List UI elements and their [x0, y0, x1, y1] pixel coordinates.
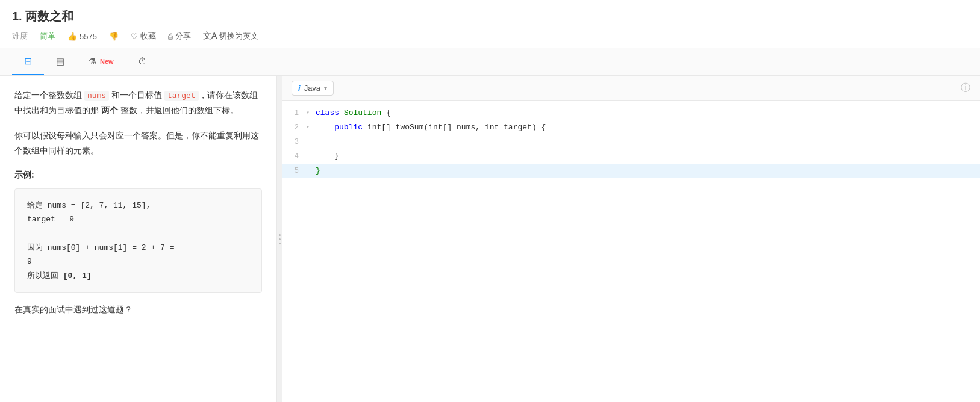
- share-icon: ⎙: [168, 32, 173, 41]
- difficulty-label: 难度: [12, 31, 28, 42]
- example-line-1: 给定 nums = [2, 7, 11, 15],: [27, 199, 249, 212]
- inline-code-nums: nums: [84, 91, 109, 101]
- code-editor[interactable]: 1 ▾ class Solution { 2 ▾ public int[] tw…: [282, 101, 980, 402]
- tab-problem[interactable]: ⊟: [12, 48, 44, 75]
- dislike-icon: 👎: [109, 32, 119, 41]
- tab-new-badge: New: [100, 58, 114, 65]
- header: 1. 两数之和 难度 简单 👍 5575 👎 ♡ 收藏 ⎙ 分享 文A 切换为英…: [0, 0, 980, 48]
- share-button[interactable]: ⎙ 分享: [168, 31, 191, 42]
- inline-code-target: target: [164, 91, 199, 101]
- example-line-6: 所以返回 [0, 1]: [27, 269, 249, 283]
- code-panel: i Java ▾ ⓘ 1 ▾ class Solution {: [282, 76, 980, 402]
- chevron-down-icon: ▾: [324, 85, 327, 91]
- tab-history[interactable]: ⏱: [126, 49, 159, 75]
- code-line-3: 3: [282, 135, 980, 149]
- lang-icon: i: [298, 84, 301, 93]
- bold-two: 两个: [101, 105, 118, 115]
- divider-dot-1: [279, 234, 281, 236]
- example-line-4: 因为 nums[0] + nums[1] = 2 + 7 =: [27, 241, 249, 255]
- like-icon: 👍: [67, 32, 77, 41]
- code-line-2: 2 ▾ public int[] twoSum(int[] nums, int …: [282, 120, 980, 135]
- info-icon[interactable]: ⓘ: [961, 82, 970, 94]
- tab-history-icon: ⏱: [138, 56, 147, 66]
- like-count: 5575: [80, 32, 97, 41]
- tab-solution[interactable]: ⚗ New: [76, 49, 126, 75]
- main-content: 给定一个整数数组 nums 和一个目标值 target，请你在该数组中找出和为目…: [0, 76, 980, 402]
- page-wrapper: 1. 两数之和 难度 简单 👍 5575 👎 ♡ 收藏 ⎙ 分享 文A 切换为英…: [0, 0, 980, 402]
- tab-bar: ⊟ ▤ ⚗ New ⏱: [0, 48, 980, 76]
- difficulty-value: 简单: [40, 31, 55, 42]
- dislike-button[interactable]: 👎: [109, 32, 119, 41]
- line-content-4: }: [316, 149, 980, 164]
- line-num-4: 4: [282, 149, 306, 164]
- code-area: 1 ▾ class Solution { 2 ▾ public int[] tw…: [282, 101, 980, 183]
- problem-description: 给定一个整数数组 nums 和一个目标值 target，请你在该数组中找出和为目…: [14, 88, 262, 119]
- divider-dot-2: [279, 238, 281, 240]
- line-content-1: class Solution {: [316, 106, 980, 120]
- problem-title: 1. 两数之和: [12, 8, 968, 25]
- line-num-2: 2: [282, 120, 306, 135]
- tab-discussion[interactable]: ▤: [44, 49, 76, 75]
- language-name: Java: [304, 84, 320, 93]
- line-num-3: 3: [282, 135, 306, 149]
- line-content-2: public int[] twoSum(int[] nums, int targ…: [316, 120, 980, 135]
- code-line-4: 4 }: [282, 149, 980, 164]
- toolbar-right: ⓘ: [961, 82, 970, 94]
- line-arrow-2: ▾: [306, 120, 316, 135]
- example-label: 示例:: [14, 168, 262, 182]
- desc-part1: 给定一个整数数组: [14, 90, 84, 100]
- panel-divider[interactable]: [277, 76, 282, 402]
- problem-panel: 给定一个整数数组 nums 和一个目标值 target，请你在该数组中找出和为目…: [0, 76, 277, 402]
- desc-part3: 整数，并返回他们的数组下标。: [118, 105, 239, 115]
- collect-button[interactable]: ♡ 收藏: [131, 31, 156, 42]
- problem-description-2: 你可以假设每种输入只会对应一个答案。但是，你不能重复利用这个数组中同样的元素。: [14, 128, 262, 158]
- line-num-5: 5: [282, 164, 306, 178]
- line-content-5: }: [316, 164, 980, 178]
- line-arrow-1: ▾: [306, 106, 316, 120]
- code-line-1: 1 ▾ class Solution {: [282, 106, 980, 120]
- example-line-5: 9: [27, 255, 249, 268]
- translate-label: 切换为英文: [219, 31, 258, 42]
- tab-solution-icon: ⚗: [89, 56, 96, 67]
- bottom-text: 在真实的面试中遇到过这道题？: [14, 303, 262, 317]
- collect-label: 收藏: [140, 31, 156, 42]
- code-line-5: 5 }: [282, 164, 980, 178]
- code-toolbar: i Java ▾ ⓘ: [282, 76, 980, 101]
- language-selector[interactable]: i Java ▾: [292, 81, 334, 96]
- like-button[interactable]: 👍 5575: [67, 32, 97, 41]
- tab-problem-icon: ⊟: [24, 55, 32, 67]
- example-box: 给定 nums = [2, 7, 11, 15], target = 9 因为 …: [14, 188, 262, 293]
- translate-button[interactable]: 文A 切换为英文: [203, 31, 258, 42]
- desc-part1b: 和一个目标值: [109, 90, 164, 100]
- example-line-3: [27, 227, 249, 241]
- translate-icon: 文A: [203, 31, 217, 42]
- meta-row: 难度 简单 👍 5575 👎 ♡ 收藏 ⎙ 分享 文A 切换为英文: [12, 31, 968, 48]
- collect-icon: ♡: [131, 32, 138, 41]
- tab-discussion-icon: ▤: [56, 56, 64, 67]
- line-num-1: 1: [282, 106, 306, 120]
- example-line-2: target = 9: [27, 212, 249, 226]
- share-label: 分享: [175, 31, 191, 42]
- divider-dot-3: [279, 243, 281, 244]
